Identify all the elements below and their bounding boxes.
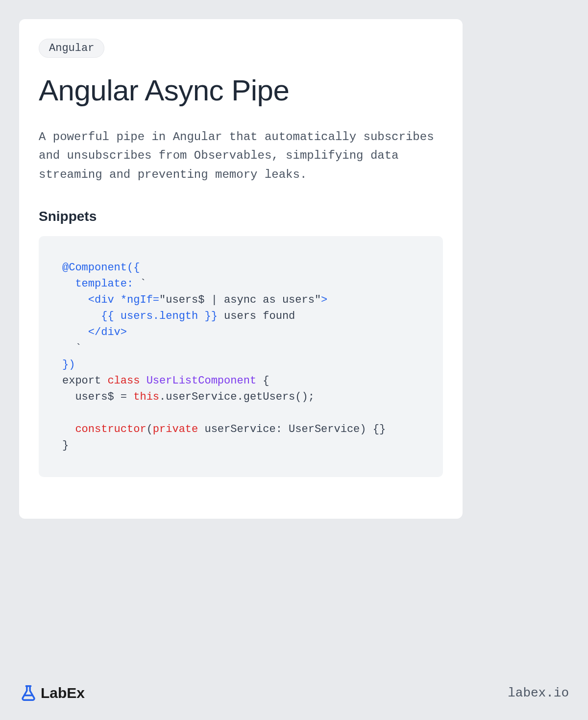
code-token: @Component xyxy=(62,262,127,274)
description-text: A powerful pipe in Angular that automati… xyxy=(39,128,443,184)
code-token: {{ users.length }} xyxy=(62,310,218,322)
code-token: class xyxy=(107,375,140,387)
code-token: users found xyxy=(218,310,295,322)
code-token: .userService.getUsers(); xyxy=(159,391,315,403)
code-token: private xyxy=(153,423,198,435)
code-token: } xyxy=(62,439,69,452)
code-token xyxy=(140,375,146,387)
code-token: users$ = xyxy=(62,391,133,403)
code-token: "users$ | async as users" xyxy=(159,294,321,306)
content-card: Angular Angular Async Pipe A powerful pi… xyxy=(19,19,463,519)
code-token: ( xyxy=(147,423,153,435)
code-token: UserListComponent xyxy=(147,375,256,387)
code-token: template: xyxy=(62,278,140,290)
code-token: export xyxy=(62,375,107,387)
footer: LabEx labex.io xyxy=(19,684,569,702)
code-token: ` xyxy=(140,278,146,290)
code-token: <div *ngIf= xyxy=(62,294,159,306)
brand-logo: LabEx xyxy=(19,684,85,702)
code-token: userService: UserService) {} xyxy=(198,423,386,435)
category-tag: Angular xyxy=(39,39,104,58)
brand-name: LabEx xyxy=(41,685,85,701)
code-token: ({ xyxy=(127,262,140,274)
code-token: { xyxy=(256,375,269,387)
code-token: constructor xyxy=(75,423,146,435)
code-snippet: @Component({ template: ` <div *ngIf="use… xyxy=(39,236,443,477)
code-token xyxy=(62,423,75,435)
domain-text: labex.io xyxy=(508,686,569,700)
code-token: }) xyxy=(62,359,75,371)
flask-icon xyxy=(19,684,38,702)
code-token: this xyxy=(133,391,159,403)
snippets-heading: Snippets xyxy=(39,209,443,224)
page-title: Angular Async Pipe xyxy=(39,73,443,107)
code-token: </div> xyxy=(62,326,127,338)
code-token: ` xyxy=(62,342,82,355)
code-token: > xyxy=(321,294,327,306)
